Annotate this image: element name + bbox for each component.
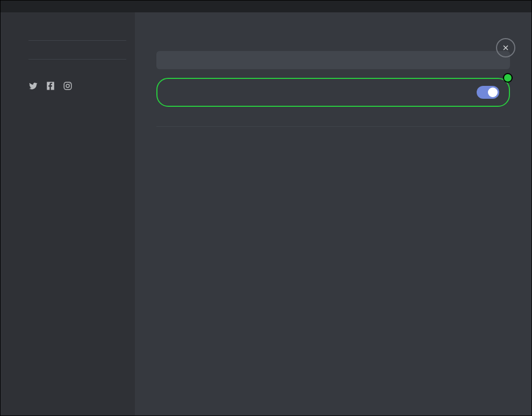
svg-point-2 [69, 83, 70, 84]
sidebar-category-app-settings [1, 22, 132, 35]
svg-rect-0 [64, 82, 71, 90]
display-game-toggle-row [156, 78, 510, 107]
build-info [1, 94, 132, 97]
annotation-badge-2 [503, 73, 513, 83]
display-game-toggle[interactable] [477, 86, 499, 99]
titlebar [1, 1, 531, 12]
section-divider [156, 126, 510, 127]
toggle-knob [488, 87, 498, 97]
sidebar-item-changelog[interactable] [23, 46, 126, 54]
facebook-icon[interactable] [46, 81, 55, 91]
sidebar-divider [28, 40, 126, 41]
close-area [496, 38, 515, 61]
instagram-icon[interactable] [63, 81, 73, 91]
sidebar-divider [28, 59, 126, 60]
twitter-icon[interactable] [28, 81, 38, 91]
settings-sidebar [1, 12, 135, 416]
svg-point-1 [66, 84, 69, 87]
sidebar-item-logout[interactable] [23, 65, 126, 72]
sidebar-socials [1, 74, 132, 94]
settings-content [135, 12, 531, 416]
no-game-panel [156, 51, 510, 69]
close-settings-button[interactable] [496, 38, 515, 57]
